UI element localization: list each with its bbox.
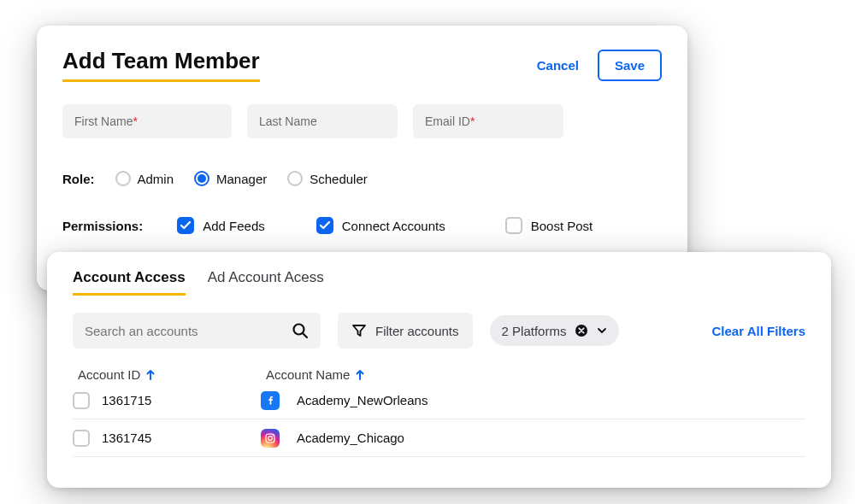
page-title: Add Team Member (62, 48, 260, 82)
chevron-down-icon (597, 325, 607, 336)
permission-checkbox-boost-post[interactable]: Boost Post (505, 217, 593, 234)
svg-line-1 (303, 333, 307, 337)
role-radio-label: Manager (216, 172, 267, 186)
search-input[interactable] (85, 324, 292, 338)
radio-icon (194, 171, 209, 186)
svg-point-4 (268, 436, 273, 440)
column-header-account-id[interactable]: Account ID (78, 367, 266, 382)
sort-asc-icon (355, 369, 365, 381)
email-field[interactable]: Email ID* (413, 104, 563, 138)
platform-filter-chip[interactable]: 2 Platforms (490, 315, 620, 346)
permission-checkbox-connect-accounts[interactable]: Connect Accounts (316, 217, 445, 234)
checkbox-icon (177, 217, 194, 234)
role-radio-label: Admin (138, 172, 174, 186)
save-button[interactable]: Save (598, 50, 662, 81)
tab-account-access[interactable]: Account Access (73, 269, 186, 296)
filter-bar: Filter accounts 2 Platforms Clear All Fi… (73, 313, 805, 349)
role-radio-label: Scheduler (310, 172, 368, 186)
column-header-account-name[interactable]: Account Name (266, 367, 805, 382)
sort-asc-icon (145, 369, 156, 381)
table-header: Account ID Account Name (73, 367, 805, 382)
cell-account-id: 1361715 (102, 393, 261, 407)
table-row: 1361745 Academy_Chicago (73, 419, 805, 457)
row-checkbox[interactable] (73, 430, 90, 447)
role-row: Role: Admin Manager Scheduler (62, 171, 662, 186)
row-checkbox[interactable] (73, 392, 90, 409)
header-row: Add Team Member Cancel Save (62, 48, 662, 82)
add-team-member-card: Add Team Member Cancel Save First Name* … (37, 26, 687, 290)
svg-point-5 (272, 435, 274, 437)
checkbox-icon (505, 217, 522, 234)
search-icon (292, 322, 309, 339)
cell-account-name: Academy_NewOrleans (288, 393, 805, 407)
permission-label: Add Feeds (203, 219, 265, 233)
table-row: 1361715 Academy_NewOrleans (73, 382, 805, 419)
first-name-field[interactable]: First Name* (62, 104, 232, 138)
permission-checkbox-add-feeds[interactable]: Add Feeds (177, 217, 265, 234)
email-label: Email ID* (425, 114, 475, 128)
tab-ad-account-access[interactable]: Ad Account Acess (208, 269, 324, 296)
permissions-section-label: Permissions: (62, 219, 143, 233)
account-access-card: Account Access Ad Account Acess Filter a… (47, 252, 831, 488)
radio-icon (287, 171, 303, 186)
cell-account-id: 1361745 (102, 431, 261, 445)
permission-label: Boost Post (531, 219, 593, 233)
role-radio-admin[interactable]: Admin (115, 171, 174, 186)
checkbox-icon (316, 217, 333, 234)
radio-icon (115, 171, 131, 186)
filter-accounts-label: Filter accounts (375, 324, 459, 338)
fields-row: First Name* Last Name Email ID* (62, 104, 662, 138)
role-radio-scheduler[interactable]: Scheduler (287, 171, 368, 186)
facebook-icon (261, 391, 280, 410)
role-radio-manager[interactable]: Manager (194, 171, 267, 186)
clear-chip-icon[interactable] (575, 324, 588, 337)
permissions-row: Permissions: Add Feeds Connect Accounts … (62, 217, 662, 234)
accounts-table: Account ID Account Name 1361715 Academy_… (73, 367, 805, 457)
permission-label: Connect Accounts (342, 219, 445, 233)
last-name-field[interactable]: Last Name (247, 104, 398, 138)
cell-account-name: Academy_Chicago (288, 431, 805, 445)
instagram-icon (261, 429, 280, 448)
clear-all-filters-button[interactable]: Clear All Filters (712, 324, 805, 338)
funnel-icon (351, 323, 367, 338)
first-name-label: First Name* (74, 114, 138, 128)
filter-accounts-button[interactable]: Filter accounts (338, 313, 473, 349)
platform-filter-label: 2 Platforms (502, 324, 567, 338)
role-section-label: Role: (62, 172, 95, 186)
search-input-wrapper[interactable] (73, 313, 321, 349)
header-actions: Cancel Save (537, 50, 662, 81)
tabs: Account Access Ad Account Acess (73, 269, 805, 296)
cancel-button[interactable]: Cancel (537, 58, 579, 73)
last-name-label: Last Name (259, 114, 317, 128)
